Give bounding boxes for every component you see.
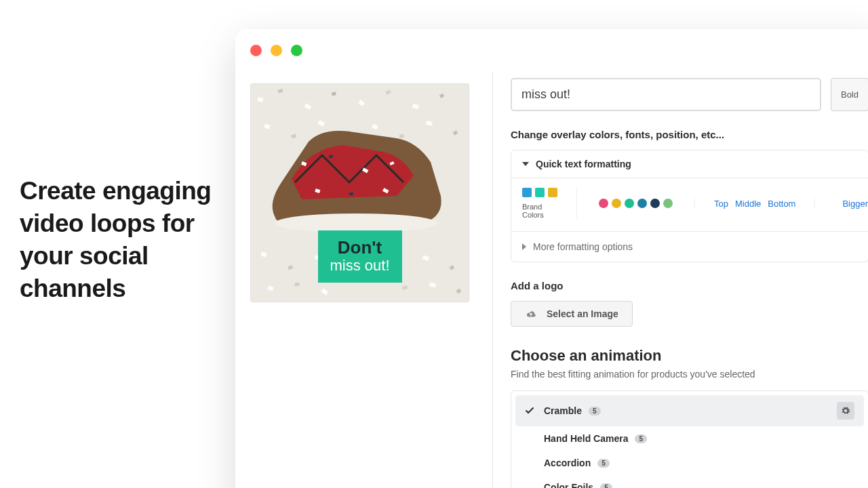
logo-section-label: Add a logo [511, 280, 868, 291]
animation-item-cramble[interactable]: Cramble5 [515, 395, 864, 426]
animation-count-badge: 5 [600, 483, 612, 489]
brand-swatch-1[interactable] [535, 188, 545, 197]
animation-item-accordion[interactable]: Accordion5 [515, 451, 864, 475]
overlay-line-2: miss out! [330, 257, 389, 274]
window-content: Don't miss out! Bold Change overlay colo… [235, 71, 868, 488]
gear-icon [841, 406, 850, 415]
check-icon [525, 406, 536, 415]
animation-item-hand-held-camera[interactable]: Hand Held Camera5 [515, 426, 864, 451]
animation-subheading: Find the best fitting animation for prod… [511, 369, 868, 380]
size-bigger-button[interactable]: Bigger [842, 199, 868, 209]
animation-settings-button[interactable] [837, 402, 854, 420]
quick-formatting-header[interactable]: Quick text formatting [511, 150, 868, 178]
product-image [261, 115, 451, 250]
animation-count-badge: 5 [635, 434, 647, 443]
text-overlay-badge: Don't miss out! [317, 230, 401, 283]
animation-item-label: Accordion [544, 458, 591, 468]
svg-rect-4 [332, 92, 336, 96]
close-window-button[interactable] [250, 45, 262, 56]
animation-count-badge: 5 [597, 459, 610, 468]
cloud-upload-icon [525, 309, 537, 319]
animation-heading: Choose an animation [511, 347, 868, 365]
more-formatting-label: More formatting options [533, 241, 633, 252]
palette-color-5[interactable] [663, 199, 673, 208]
palette-color-2[interactable] [625, 199, 634, 208]
position-top-button[interactable]: Top [714, 199, 728, 209]
brand-colors-label: Brand Colors [522, 203, 557, 219]
animation-count-badge: 5 [589, 407, 601, 415]
select-image-label: Select an Image [547, 308, 618, 319]
animation-list: Cramble5Hand Held Camera5Accordion5Color… [511, 390, 868, 488]
video-preview[interactable]: Don't miss out! [250, 83, 469, 302]
animation-item-color-foils[interactable]: Color Foils5 [515, 475, 864, 488]
palette-color-0[interactable] [599, 199, 608, 208]
animation-item-label: Color Foils [544, 482, 593, 488]
brand-swatch-2[interactable] [548, 188, 557, 197]
palette-color-3[interactable] [637, 199, 647, 208]
quick-formatting-body: Brand Colors Top Middle Bottom Bigger Sm… [511, 178, 868, 231]
overlay-section-label: Change overlay colors, fonts, position, … [511, 129, 868, 140]
palette-color-1[interactable] [612, 199, 621, 208]
caret-right-icon [522, 243, 526, 250]
controls-pane: Bold Change overlay colors, fonts, posit… [493, 71, 868, 488]
palette-group [577, 199, 695, 208]
minimize-window-button[interactable] [271, 45, 282, 56]
overlay-text-input[interactable] [511, 78, 821, 111]
palette-color-4[interactable] [650, 199, 660, 208]
window-titlebar [235, 29, 868, 71]
brand-colors-group: Brand Colors [522, 188, 577, 219]
maximize-window-button[interactable] [291, 45, 302, 56]
svg-point-31 [275, 214, 437, 232]
overlay-line-1: Don't [330, 237, 389, 258]
marketing-headline: Create engaging video loops for your soc… [20, 175, 216, 305]
position-group: Top Middle Bottom [695, 199, 815, 209]
position-middle-button[interactable]: Middle [735, 199, 761, 209]
animation-item-label: Cramble [544, 405, 582, 416]
text-input-row: Bold [511, 78, 868, 111]
quick-formatting-title: Quick text formatting [536, 159, 631, 169]
caret-down-icon [522, 162, 529, 166]
more-formatting-toggle[interactable]: More formatting options [511, 231, 868, 262]
position-bottom-button[interactable]: Bottom [768, 199, 795, 209]
preview-pane: Don't miss out! [235, 71, 493, 488]
size-group: Bigger Smaller [815, 199, 868, 209]
app-window: Don't miss out! Bold Change overlay colo… [235, 29, 868, 488]
quick-formatting-panel: Quick text formatting Brand Colors Top M… [511, 150, 868, 262]
brand-swatch-0[interactable] [522, 188, 532, 197]
select-image-button[interactable]: Select an Image [511, 301, 633, 327]
animation-item-label: Hand Held Camera [544, 433, 628, 444]
bold-button[interactable]: Bold [831, 78, 868, 111]
